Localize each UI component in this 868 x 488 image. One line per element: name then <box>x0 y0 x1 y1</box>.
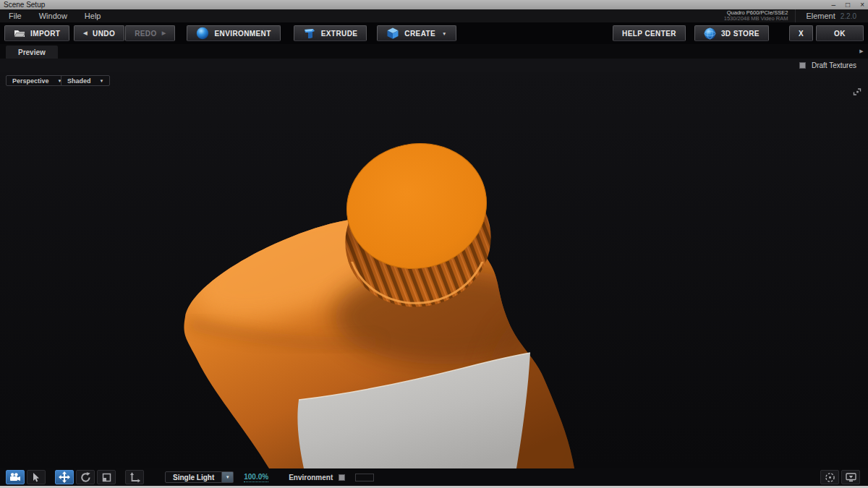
cube-icon <box>386 27 399 40</box>
store-label: 3D STORE <box>721 30 760 38</box>
light-mode-value: Single Light <box>173 474 214 481</box>
menu-file[interactable]: File <box>0 9 30 22</box>
light-mode-caret-button[interactable]: ▼ <box>222 471 234 483</box>
scale-icon <box>102 473 111 482</box>
menu-help[interactable]: Help <box>76 9 110 22</box>
create-label: CREATE <box>404 30 435 38</box>
tab-preview-label: Preview <box>18 48 46 56</box>
import-label: IMPORT <box>30 30 60 38</box>
help-center-label: HELP CENTER <box>622 30 676 38</box>
help-center-button[interactable]: HELP CENTER <box>613 25 686 41</box>
globe-icon <box>704 27 716 40</box>
gpu-vram: 1530/2048 MB Video RAM <box>724 16 788 22</box>
environment-checkbox[interactable] <box>339 474 345 481</box>
title-bar[interactable]: Scene Setup – □ × <box>0 0 868 9</box>
folder-icon <box>14 29 25 38</box>
axis-tool-button[interactable] <box>125 470 144 484</box>
move-icon <box>59 471 70 483</box>
brand-name: Element <box>806 12 835 20</box>
bottle-model[interactable] <box>0 72 868 468</box>
create-button[interactable]: CREATE ▼ <box>377 25 456 41</box>
undo-arrow-icon: ◀ <box>83 30 88 36</box>
camera-tool-button[interactable] <box>6 470 25 484</box>
focus-icon <box>825 472 835 483</box>
select-tool-button[interactable] <box>27 470 46 484</box>
render-mode-dropdown[interactable]: Shaded ▼ <box>61 75 110 86</box>
scale-tool-button[interactable] <box>97 470 116 484</box>
panel-expand-button[interactable]: ▶ <box>856 46 867 56</box>
tab-row: Preview ▶ <box>0 44 868 59</box>
bottom-right-group <box>820 470 862 484</box>
light-mode-dropdown[interactable]: Single Light <box>165 471 222 483</box>
ok-label: OK <box>834 30 846 38</box>
render-caret-icon: ▼ <box>100 79 104 83</box>
restore-icon[interactable]: □ <box>846 0 850 9</box>
close-icon[interactable]: × <box>860 0 864 9</box>
viewport-resize-icon[interactable] <box>852 87 862 97</box>
move-tool-button[interactable] <box>55 470 74 484</box>
focus-view-button[interactable] <box>820 470 839 484</box>
cursor-icon <box>33 473 40 482</box>
light-caret-icon: ▼ <box>226 475 230 479</box>
window-controls: – □ × <box>832 0 864 9</box>
toolbar-right-group: HELP CENTER 3D STORE X OK <box>613 25 864 41</box>
redo-arrow-icon: ▶ <box>162 30 166 36</box>
extrude-button[interactable]: EXTRUDE <box>294 25 367 41</box>
brand: Element 2.2.0 <box>795 9 868 22</box>
sphere-icon <box>196 27 209 40</box>
menu-bar: File Window Help Quadro P600/PCIe/SSE2 1… <box>0 9 868 22</box>
draft-textures-label: Draft Textures <box>812 61 856 69</box>
store-button[interactable]: 3D STORE <box>694 25 769 41</box>
cancel-label: X <box>799 30 804 38</box>
panel-arrow-icon: ▶ <box>859 48 863 54</box>
camera-icon <box>9 473 21 481</box>
window-title: Scene Setup <box>4 0 45 9</box>
undo-label: UNDO <box>93 30 115 38</box>
rotate-icon <box>80 472 91 483</box>
camera-mode-value: Perspective <box>12 77 49 85</box>
minimize-icon[interactable]: – <box>832 0 836 9</box>
viewport-options-row: Draft Textures <box>0 59 868 72</box>
camera-mode-dropdown[interactable]: Perspective ▼ <box>6 75 69 86</box>
bottom-toolbar: Single Light ▼ 100.0% Environment <box>0 468 868 486</box>
extrude-icon <box>303 27 316 40</box>
draft-textures-checkbox[interactable] <box>799 62 806 69</box>
gpu-info: Quadro P600/PCIe/SSE2 1530/2048 MB Video… <box>724 10 796 22</box>
cancel-button[interactable]: X <box>789 25 813 41</box>
render-mode-value: Shaded <box>67 77 91 85</box>
ok-button[interactable]: OK <box>816 25 864 41</box>
import-button[interactable]: IMPORT <box>4 25 69 41</box>
zoom-scrubber[interactable]: 100.0% <box>244 473 268 482</box>
redo-button[interactable]: REDO ▶ <box>125 25 175 41</box>
create-caret-icon: ▼ <box>442 31 447 36</box>
background-swatch[interactable] <box>355 474 374 481</box>
tab-preview[interactable]: Preview <box>6 46 58 59</box>
screenshot-button[interactable] <box>841 470 860 484</box>
undo-button[interactable]: ◀ UNDO <box>74 25 124 41</box>
environment-label: ENVIRONMENT <box>214 30 271 38</box>
viewport-canvas[interactable]: Perspective ▼ Shaded ▼ <box>0 72 868 468</box>
brand-version: 2.2.0 <box>841 12 856 20</box>
monitor-icon <box>846 473 856 482</box>
axis-icon <box>129 472 140 483</box>
menu-window[interactable]: Window <box>30 9 76 22</box>
environment-toggle-label: Environment <box>289 474 333 481</box>
redo-label: REDO <box>135 30 157 38</box>
main-toolbar: IMPORT ◀ UNDO REDO ▶ ENVIRONMENT EXTRUDE <box>0 22 868 44</box>
rotate-tool-button[interactable] <box>76 470 95 484</box>
environment-button[interactable]: ENVIRONMENT <box>187 25 280 41</box>
extrude-label: EXTRUDE <box>321 30 358 38</box>
